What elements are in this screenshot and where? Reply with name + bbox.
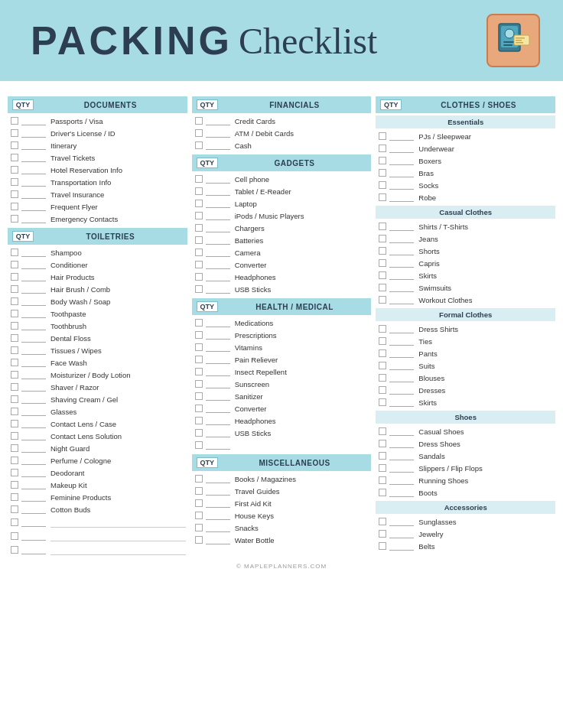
checkbox[interactable] <box>195 499 203 507</box>
checkbox[interactable] <box>379 325 386 333</box>
checkbox[interactable] <box>11 457 18 464</box>
checkbox[interactable] <box>195 319 203 327</box>
checkbox[interactable] <box>11 546 18 554</box>
checkbox[interactable] <box>11 469 18 476</box>
checkbox[interactable] <box>379 398 386 406</box>
checkbox[interactable] <box>379 337 386 345</box>
checkbox[interactable] <box>379 296 386 304</box>
checkbox[interactable] <box>195 356 203 363</box>
checkbox[interactable] <box>11 371 18 379</box>
checkbox[interactable] <box>11 215 18 223</box>
checkbox[interactable] <box>195 175 203 183</box>
checkbox[interactable] <box>195 392 203 400</box>
checkbox[interactable] <box>379 374 386 382</box>
checkbox[interactable] <box>379 284 386 291</box>
checkbox[interactable] <box>195 512 203 519</box>
checkbox[interactable] <box>11 117 18 125</box>
checkbox[interactable] <box>379 181 386 189</box>
checkbox[interactable] <box>195 405 203 412</box>
checkbox[interactable] <box>379 259 386 267</box>
checkbox[interactable] <box>11 493 18 501</box>
page: PACKING Checklist QTY DO <box>0 0 563 728</box>
checkbox[interactable] <box>11 420 18 427</box>
checkbox[interactable] <box>379 464 386 472</box>
checkbox[interactable] <box>379 518 386 525</box>
checkbox[interactable] <box>11 346 18 354</box>
checkbox[interactable] <box>379 145 386 152</box>
checkbox[interactable] <box>195 236 203 244</box>
checkbox[interactable] <box>379 362 386 369</box>
checkbox[interactable] <box>11 285 18 293</box>
checkbox[interactable] <box>11 203 18 210</box>
checkbox[interactable] <box>11 518 18 526</box>
checkbox[interactable] <box>379 542 386 550</box>
checkbox[interactable] <box>11 273 18 281</box>
list-item: Emergency Contacts <box>8 213 187 225</box>
checkbox[interactable] <box>195 273 203 281</box>
checkbox[interactable] <box>11 395 18 403</box>
checkbox[interactable] <box>195 475 203 483</box>
checkbox[interactable] <box>195 200 203 207</box>
checkbox[interactable] <box>11 359 18 366</box>
checkbox[interactable] <box>195 368 203 375</box>
checkbox[interactable] <box>379 157 386 164</box>
checkbox[interactable] <box>379 476 386 484</box>
checkbox[interactable] <box>11 166 18 174</box>
checkbox[interactable] <box>379 247 386 255</box>
checkbox[interactable] <box>195 417 203 424</box>
checkbox[interactable] <box>11 190 18 198</box>
checkbox[interactable] <box>11 322 18 330</box>
checkbox[interactable] <box>195 212 203 219</box>
checkbox[interactable] <box>195 343 203 351</box>
checkbox[interactable] <box>11 383 18 391</box>
checkbox[interactable] <box>379 530 386 538</box>
checkbox[interactable] <box>11 141 18 149</box>
checkbox[interactable] <box>379 193 386 201</box>
checkbox[interactable] <box>195 429 203 437</box>
item-text: Cash <box>235 141 252 150</box>
checkbox[interactable] <box>195 141 203 149</box>
checkbox[interactable] <box>195 249 203 256</box>
checkbox[interactable] <box>195 261 203 268</box>
checkbox[interactable] <box>379 271 386 279</box>
checkbox[interactable] <box>379 132 386 140</box>
checkbox[interactable] <box>11 481 18 489</box>
checkbox[interactable] <box>11 408 18 415</box>
checkbox[interactable] <box>379 386 386 394</box>
qty-line <box>206 416 230 425</box>
checkbox[interactable] <box>195 487 203 495</box>
checkbox[interactable] <box>379 452 386 460</box>
item-text: Slippers / Flip Flops <box>418 464 482 473</box>
checkbox[interactable] <box>11 261 18 268</box>
checkbox[interactable] <box>11 249 18 256</box>
checkbox[interactable] <box>11 532 18 540</box>
checkbox[interactable] <box>195 524 203 531</box>
checkbox[interactable] <box>195 187 203 195</box>
checkbox[interactable] <box>195 380 203 388</box>
checkbox[interactable] <box>11 432 18 440</box>
checkbox[interactable] <box>11 334 18 342</box>
checkbox[interactable] <box>195 441 203 449</box>
checkbox[interactable] <box>195 224 203 232</box>
checkbox[interactable] <box>195 331 203 339</box>
checkbox[interactable] <box>379 169 386 177</box>
gadgets-header: QTY GADGETS <box>192 154 372 171</box>
checkbox[interactable] <box>11 297 18 305</box>
checkbox[interactable] <box>195 117 203 125</box>
checkbox[interactable] <box>11 505 18 513</box>
checkbox[interactable] <box>195 536 203 544</box>
checkbox[interactable] <box>379 427 386 435</box>
checkbox[interactable] <box>379 489 386 496</box>
checkbox[interactable] <box>11 129 18 137</box>
checkbox[interactable] <box>11 310 18 317</box>
checkbox[interactable] <box>379 440 386 447</box>
checkbox[interactable] <box>195 129 203 137</box>
checkbox[interactable] <box>379 349 386 357</box>
checkbox[interactable] <box>11 178 18 186</box>
checkbox[interactable] <box>11 444 18 452</box>
checkbox[interactable] <box>195 285 203 293</box>
qty-line <box>389 271 414 280</box>
checkbox[interactable] <box>379 235 386 242</box>
checkbox[interactable] <box>379 223 386 230</box>
checkbox[interactable] <box>11 154 18 161</box>
